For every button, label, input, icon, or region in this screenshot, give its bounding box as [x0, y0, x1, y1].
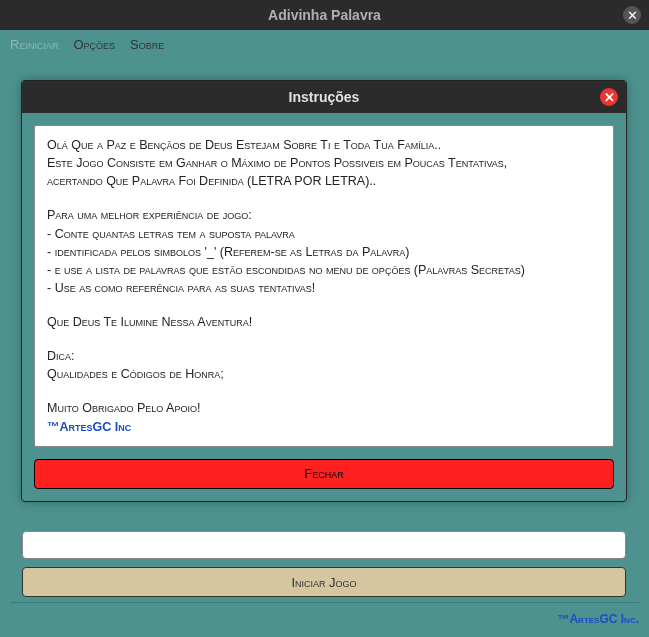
menubar: Reiniciar Opções Sobre — [0, 30, 649, 58]
menu-reiniciar[interactable]: Reiniciar — [10, 37, 58, 52]
instruction-line: Olá Que a Paz e Bençãos de Deus Estejam … — [47, 136, 601, 154]
iniciar-jogo-button[interactable]: Iniciar Jogo — [22, 567, 626, 597]
close-icon: ✕ — [604, 91, 615, 104]
footer-brand: ™ArtesGC Inc. — [557, 612, 639, 626]
menu-sobre[interactable]: Sobre — [130, 37, 164, 52]
instruction-line: acertando Que Palavra Foi Definida (LETR… — [47, 172, 601, 190]
instruction-line: - identificada pelos simbolos '_' (Refer… — [47, 243, 601, 261]
instruction-line: Dica: — [47, 347, 601, 365]
bottom-controls: Iniciar Jogo — [22, 531, 626, 597]
instruction-line: Qualidades e Códigos de Honra; — [47, 365, 601, 383]
instruction-line: - Use as como referência para as suas te… — [47, 279, 601, 297]
instructions-text: Olá Que a Paz e Bençãos de Deus Estejam … — [34, 125, 614, 447]
instruction-line: Que Deus Te Ilumine Nessa Aventura! — [47, 313, 601, 331]
modal-header: Instruções ✕ — [22, 81, 626, 113]
instruction-line: Muito Obrigado Pelo Apoio! — [47, 399, 601, 417]
window-title: Adivinha Palavra — [268, 7, 381, 23]
modal-close-button[interactable]: ✕ — [600, 88, 618, 106]
instruction-line: - Conte quantas letras tem a suposta pal… — [47, 225, 601, 243]
fechar-button[interactable]: Fechar — [34, 459, 614, 489]
close-icon: ✕ — [627, 9, 638, 22]
instruction-line: Para uma melhor experiência de jogo: — [47, 206, 601, 224]
instruction-line: Este Jogo Consiste em Ganhar o Máximo de… — [47, 154, 601, 172]
footer: ™ArtesGC Inc. — [10, 602, 639, 627]
window-close-button[interactable]: ✕ — [623, 6, 641, 24]
instruction-line: - e use a lista de palavras que estão es… — [47, 261, 601, 279]
menu-opcoes[interactable]: Opções — [73, 37, 115, 52]
guess-input[interactable] — [22, 531, 626, 559]
modal-title: Instruções — [289, 89, 360, 105]
signature-link[interactable]: ™ArtesGC Inc — [47, 418, 601, 436]
window-titlebar: Adivinha Palavra ✕ — [0, 0, 649, 30]
modal-body: Olá Que a Paz e Bençãos de Deus Estejam … — [22, 113, 626, 501]
instructions-modal: Instruções ✕ Olá Que a Paz e Bençãos de … — [21, 80, 627, 502]
